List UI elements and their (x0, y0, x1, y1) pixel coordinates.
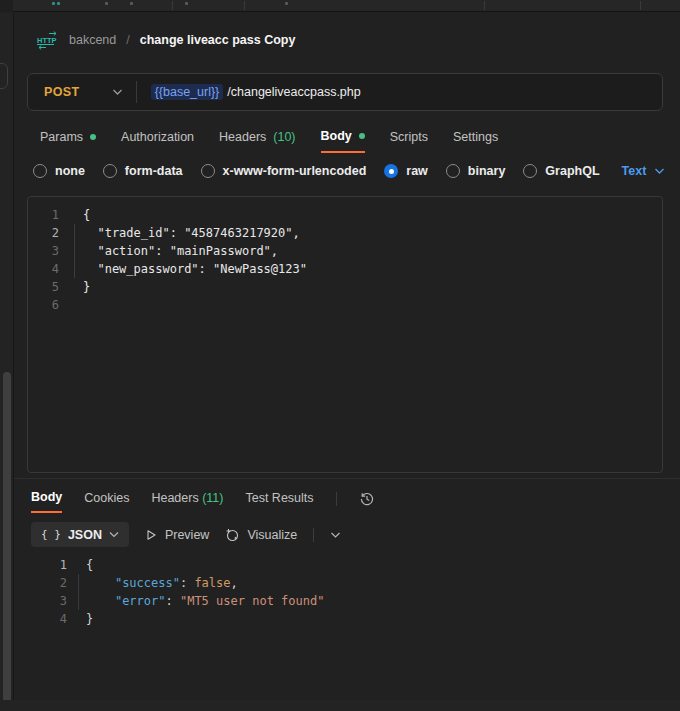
response-tab-test-results[interactable]: Test Results (245, 491, 313, 512)
tab-authorization[interactable]: Authorization (121, 129, 194, 153)
breadcrumb-collection[interactable]: bakcend (69, 33, 116, 47)
http-request-icon: HTTP (36, 31, 59, 50)
line-content: "error": "MT5 user not found" (86, 592, 324, 610)
visualize-wand-icon (225, 528, 239, 542)
response-tabs: Body Cookies Headers (11) Test Results (31, 490, 375, 513)
method-selector[interactable]: POST (28, 85, 80, 99)
tab-params[interactable]: Params (40, 129, 96, 153)
radio-form-data[interactable] (103, 164, 117, 178)
preview-label: Preview (165, 528, 209, 542)
history-clock-icon[interactable] (359, 491, 375, 507)
line-content: "action": "mainPassword", (83, 242, 278, 260)
token (86, 594, 115, 608)
tab-body-label: Body (321, 129, 352, 143)
tab-strip-divider (172, 1, 173, 10)
tab-strip-divider (484, 1, 485, 10)
token: "MT5 user not found" (180, 594, 325, 608)
radio-urlencoded-label: x-www-form-urlencoded (223, 164, 367, 178)
token: : (165, 594, 179, 608)
response-line: 3 "error": "MT5 user not found" (14, 592, 664, 610)
body-type-form-data[interactable]: form-data (103, 164, 183, 178)
response-tabs-divider (336, 492, 337, 506)
radio-graphql[interactable] (523, 164, 537, 178)
tab-strip-icon-dot (105, 2, 108, 5)
line-number: 6 (28, 296, 59, 314)
radio-raw-label: raw (406, 164, 428, 178)
body-type-urlencoded[interactable]: x-www-form-urlencoded (201, 164, 367, 178)
radio-none[interactable] (33, 164, 47, 178)
radio-binary-label: binary (468, 164, 506, 178)
line-content: } (86, 610, 93, 628)
params-active-dot (90, 134, 96, 140)
vertical-scrollbar[interactable] (3, 372, 11, 702)
indent-guide (78, 574, 79, 610)
body-type-binary[interactable]: binary (446, 164, 506, 178)
tab-body[interactable]: Body (321, 129, 365, 153)
editor-line: 2 "trade_id": "4587463217920", (28, 224, 662, 242)
url-input[interactable]: {{base_url}} /changeliveaccpass.php (151, 84, 361, 100)
pane-divider[interactable] (14, 478, 680, 479)
response-line: 2 "success": false, (14, 574, 664, 592)
response-format-dropdown[interactable]: { } JSON (31, 522, 129, 547)
radio-form-data-label: form-data (125, 164, 183, 178)
body-type-raw[interactable]: raw (384, 164, 428, 178)
body-type-graphql[interactable]: GraphQL (523, 164, 599, 178)
editor-line: 5 } (28, 278, 662, 296)
preview-button[interactable]: Preview (145, 528, 209, 542)
sidebar-top-corner (0, 0, 13, 12)
chevron-down-icon[interactable] (112, 88, 123, 96)
indent-guide (74, 224, 75, 278)
line-content: } (83, 278, 90, 296)
line-content: "trade_id": "4587463217920", (83, 224, 300, 242)
line-number: 1 (28, 206, 59, 224)
response-tab-body[interactable]: Body (31, 490, 62, 513)
token (86, 576, 115, 590)
token: , (231, 576, 238, 590)
line-content: "success": false, (86, 574, 238, 592)
sidebar-collapsed-button[interactable] (0, 63, 8, 89)
radio-binary[interactable] (446, 164, 460, 178)
tab-strip-icon-dot (285, 2, 288, 5)
tab-settings[interactable]: Settings (453, 129, 498, 153)
line-number: 3 (14, 592, 67, 610)
body-active-dot (359, 133, 365, 139)
visualize-button[interactable]: Visualize (225, 528, 297, 542)
response-format-value: JSON (68, 528, 102, 542)
tab-scripts[interactable]: Scripts (390, 129, 428, 153)
token: false (194, 576, 230, 590)
response-tab-headers[interactable]: Headers (11) (151, 491, 223, 512)
body-type-none[interactable]: none (33, 164, 85, 178)
token: "error" (115, 594, 166, 608)
editor-line: 4 "new_password": "NewPass@123" (28, 260, 662, 278)
response-line: 1 { (14, 556, 664, 574)
tab-scripts-label: Scripts (390, 130, 428, 144)
raw-language-value: Text (622, 164, 647, 178)
visualize-label: Visualize (247, 528, 297, 542)
url-variable-chip[interactable]: {{base_url}} (151, 84, 224, 100)
chevron-down-icon[interactable] (330, 531, 341, 539)
response-tab-cookies[interactable]: Cookies (84, 491, 129, 512)
tab-strip-icon-dot (130, 2, 133, 5)
breadcrumb: HTTP bakcend / change liveacc pass Copy (36, 27, 295, 53)
radio-urlencoded[interactable] (201, 164, 215, 178)
tab-authorization-label: Authorization (121, 130, 194, 144)
tab-headers[interactable]: Headers (10) (219, 129, 295, 153)
breadcrumb-separator: / (126, 33, 129, 47)
token: "success" (115, 576, 180, 590)
raw-language-dropdown[interactable]: Text (622, 164, 666, 178)
request-title[interactable]: change liveacc pass Copy (140, 33, 296, 47)
url-path[interactable]: /changeliveaccpass.php (227, 85, 360, 99)
toolbar-divider (313, 528, 314, 542)
tab-strip-divider (640, 1, 641, 10)
tab-params-label: Params (40, 130, 83, 144)
line-number: 4 (28, 260, 59, 278)
editor-line: 6 (28, 296, 662, 314)
radio-raw-selected[interactable] (384, 164, 398, 178)
line-content: { (86, 556, 93, 574)
headers-count-badge: (10) (273, 130, 295, 144)
editor-line: 3 "action": "mainPassword", (28, 242, 662, 260)
request-url-bar: POST {{base_url}} /changeliveaccpass.php (27, 73, 663, 111)
token: { (86, 558, 93, 572)
request-body-editor[interactable]: 1 { 2 "trade_id": "4587463217920", 3 "ac… (27, 196, 663, 473)
editor-line: 1 { (28, 206, 662, 224)
